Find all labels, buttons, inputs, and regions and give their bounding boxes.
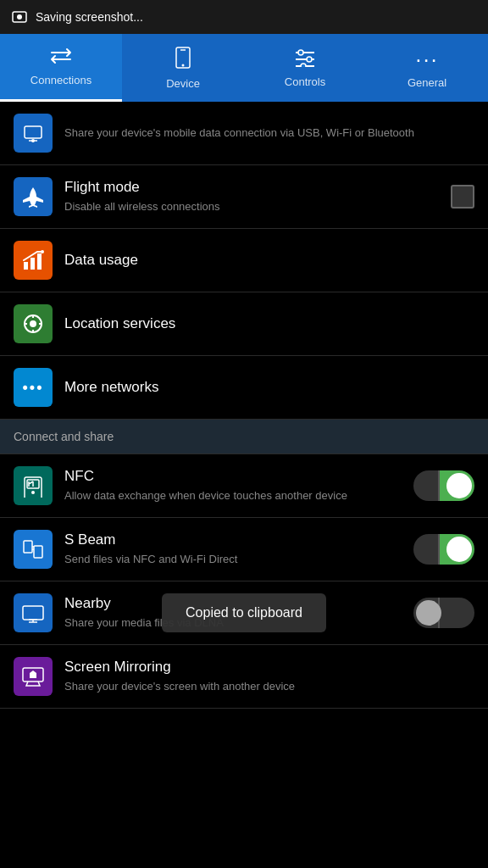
nfc-subtitle: Allow data exchange when device touches … [64, 488, 405, 504]
svg-rect-14 [24, 262, 28, 270]
screen-mirroring-icon [14, 657, 53, 696]
nfc-toggle[interactable] [413, 470, 474, 501]
general-icon: ··· [415, 47, 439, 73]
nearby-icon [14, 593, 53, 632]
more-networks-title: More networks [64, 378, 474, 397]
flight-mode-control[interactable] [451, 185, 474, 209]
tab-device[interactable]: Device [122, 34, 244, 102]
svg-point-1 [17, 14, 22, 19]
flight-mode-text: Flight mode Disable all wireless connect… [64, 178, 442, 214]
svg-point-19 [30, 320, 36, 327]
tab-connections[interactable]: Connections [0, 34, 122, 102]
nfc-icon [14, 466, 53, 505]
s-beam-control[interactable] [413, 534, 474, 565]
tab-general[interactable]: ··· General [366, 34, 488, 102]
screen-mirroring-title: Screen Mirroring [64, 658, 474, 676]
tab-general-label: General [408, 76, 446, 89]
status-text: Saving screenshot... [36, 10, 143, 24]
s-beam-subtitle: Send files via NFC and Wi-Fi Direct [64, 552, 405, 567]
screen-mirroring-text: Screen Mirroring Share your device's scr… [64, 658, 474, 694]
flight-mode-subtitle: Disable all wireless connections [64, 199, 442, 214]
device-icon [175, 47, 191, 74]
svg-point-10 [301, 64, 306, 67]
partial-item-subtitle: Share your device's mobile data connecti… [64, 126, 414, 139]
nfc-text: NFC Allow data exchange when device touc… [64, 467, 405, 504]
nearby-toggle[interactable] [413, 598, 474, 628]
settings-container: Share your device's mobile data connecti… [0, 102, 488, 709]
svg-rect-16 [37, 253, 42, 270]
screen-mirroring-item[interactable]: Screen Mirroring Share your device's scr… [0, 645, 488, 709]
tab-controls-label: Controls [285, 75, 325, 88]
partial-item-text: Share your device's mobile data connecti… [64, 125, 474, 141]
tab-connections-label: Connections [30, 74, 92, 86]
flight-mode-icon [14, 177, 53, 216]
data-usage-item[interactable]: Data usage [0, 229, 488, 292]
svg-point-17 [41, 250, 44, 253]
s-beam-text: S Beam Send files via NFC and Wi-Fi Dire… [64, 531, 405, 567]
svg-rect-15 [30, 258, 35, 270]
more-networks-icon: ••• [14, 368, 53, 407]
nearby-item[interactable]: Nearby Share your media files via DLNA C… [0, 581, 488, 645]
svg-rect-30 [24, 541, 32, 553]
data-usage-icon [14, 241, 53, 280]
location-services-title: Location services [64, 314, 474, 333]
s-beam-toggle[interactable] [413, 534, 474, 565]
s-beam-item[interactable]: S Beam Send files via NFC and Wi-Fi Dire… [0, 518, 488, 581]
connect-share-label: Connect and share [14, 430, 114, 443]
s-beam-icon [14, 530, 53, 569]
svg-rect-11 [25, 126, 42, 138]
svg-point-3 [182, 64, 185, 66]
svg-point-6 [298, 50, 303, 55]
s-beam-title: S Beam [64, 531, 405, 549]
location-services-text: Location services [64, 314, 474, 333]
nfc-title: NFC [64, 467, 405, 486]
nearby-text: Nearby Share your media files via DLNA [64, 594, 405, 631]
tab-device-label: Device [166, 77, 200, 90]
nearby-subtitle: Share your media files via DLNA [64, 615, 405, 631]
screenshot-icon [10, 8, 29, 26]
controls-icon [294, 48, 316, 72]
location-icon [14, 304, 53, 343]
tab-controls[interactable]: Controls [244, 34, 366, 102]
flight-mode-title: Flight mode [64, 178, 442, 197]
svg-rect-34 [23, 606, 43, 620]
data-usage-title: Data usage [64, 251, 474, 270]
nearby-title: Nearby [64, 594, 405, 613]
nfc-item[interactable]: NFC Allow data exchange when device touc… [0, 454, 488, 518]
svg-rect-31 [34, 546, 42, 558]
tab-bar: Connections Device Controls ··· Gener [0, 34, 488, 102]
nfc-control[interactable] [413, 470, 474, 501]
connections-icon [50, 47, 72, 70]
connect-share-section: Connect and share [0, 420, 488, 454]
flight-mode-checkbox[interactable] [451, 185, 474, 209]
partial-item-icon [14, 114, 53, 153]
data-usage-text: Data usage [64, 251, 474, 270]
more-networks-text: More networks [64, 378, 474, 397]
svg-point-8 [307, 57, 312, 62]
partial-item[interactable]: Share your device's mobile data connecti… [0, 102, 488, 165]
nearby-control[interactable] [413, 598, 474, 628]
more-networks-item[interactable]: ••• More networks [0, 356, 488, 420]
screen-mirroring-subtitle: Share your device's screen with another … [64, 679, 474, 694]
flight-mode-item[interactable]: Flight mode Disable all wireless connect… [0, 165, 488, 229]
svg-point-26 [31, 491, 35, 494]
location-services-item[interactable]: Location services [0, 292, 488, 356]
status-bar: Saving screenshot... [0, 0, 488, 34]
